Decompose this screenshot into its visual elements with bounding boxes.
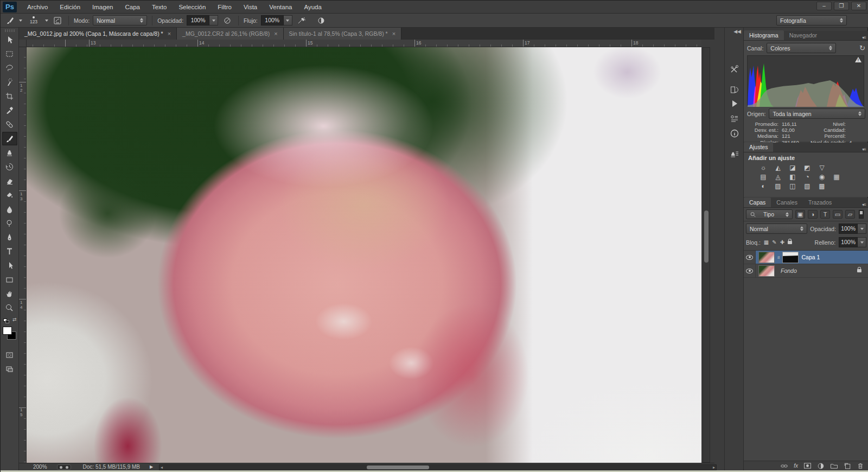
filter-adjustment-layers-icon[interactable]: ◑ bbox=[808, 210, 818, 219]
airbrush-icon[interactable] bbox=[296, 15, 308, 26]
delete-layer-icon[interactable] bbox=[857, 462, 864, 470]
paint-bucket-tool[interactable] bbox=[2, 188, 17, 202]
lock-pixels-icon[interactable]: ✎ bbox=[772, 239, 776, 245]
new-group-icon[interactable] bbox=[830, 462, 838, 469]
default-and-swap-colors[interactable]: ⇄ bbox=[2, 318, 17, 324]
clone-stamp-tool[interactable] bbox=[2, 146, 17, 160]
tab-histograma[interactable]: Histograma bbox=[744, 30, 784, 40]
shape-tool[interactable] bbox=[2, 273, 17, 286]
fill-field[interactable]: 100% bbox=[839, 237, 866, 247]
foreground-color-swatch[interactable] bbox=[3, 327, 12, 335]
eyedropper-tool[interactable] bbox=[2, 104, 17, 117]
link-layers-icon[interactable] bbox=[780, 463, 788, 469]
history-brush-tool[interactable] bbox=[2, 160, 17, 174]
minimize-button[interactable]: – bbox=[816, 2, 832, 10]
close-tab-icon[interactable]: × bbox=[392, 30, 395, 37]
channel-mixer-adjustment-icon[interactable]: ◉ bbox=[816, 173, 827, 181]
screen-mode-button[interactable] bbox=[2, 362, 17, 376]
horizontal-scrollbar-thumb[interactable] bbox=[367, 465, 429, 469]
lasso-tool[interactable] bbox=[2, 61, 17, 75]
filter-shape-layers-icon[interactable]: ▭ bbox=[833, 210, 843, 219]
tab-trazados[interactable]: Trazados bbox=[803, 197, 837, 207]
gradient-map-adjustment-icon[interactable]: ▧ bbox=[802, 182, 813, 190]
clone-source-panel-icon[interactable] bbox=[728, 148, 741, 161]
fill-caret-icon[interactable] bbox=[858, 237, 866, 247]
styles-panel-icon[interactable] bbox=[728, 112, 741, 125]
zoom-level-field[interactable]: 200% bbox=[33, 464, 47, 470]
scroll-left-icon[interactable]: ◂ bbox=[161, 465, 163, 470]
document-tab-3[interactable]: Sin título-1 al 78,5% (Capa 3, RGB/8) * … bbox=[284, 28, 402, 40]
hue-saturation-adjustment-icon[interactable]: ▤ bbox=[758, 173, 769, 181]
close-tab-icon[interactable]: × bbox=[274, 30, 277, 37]
spot-healing-brush-tool[interactable] bbox=[2, 118, 17, 131]
new-layer-icon[interactable] bbox=[844, 462, 851, 470]
path-selection-tool[interactable] bbox=[2, 259, 17, 272]
mask-link-icon[interactable]: 8 bbox=[777, 255, 780, 260]
swap-colors-icon[interactable]: ⇄ bbox=[12, 317, 17, 322]
close-button[interactable]: ✕ bbox=[851, 2, 866, 10]
tab-capas[interactable]: Capas bbox=[744, 197, 771, 207]
panel-menu-icon[interactable]: ▾≡ bbox=[862, 147, 866, 152]
info-panel-icon[interactable] bbox=[728, 127, 741, 140]
zoom-tool[interactable] bbox=[2, 301, 17, 315]
brush-preset-caret-icon[interactable] bbox=[19, 20, 22, 22]
threshold-adjustment-icon[interactable]: ◫ bbox=[787, 182, 798, 190]
document-canvas[interactable] bbox=[27, 47, 701, 463]
layer-name[interactable]: Capa 1 bbox=[801, 254, 820, 260]
selective-color-adjustment-icon[interactable]: ▩ bbox=[816, 182, 827, 190]
flow-caret-icon[interactable] bbox=[284, 15, 292, 25]
toggle-brush-panel-icon[interactable] bbox=[52, 15, 63, 26]
tab-canales[interactable]: Canales bbox=[771, 197, 803, 207]
panel-menu-icon[interactable]: ▾≡ bbox=[862, 35, 866, 40]
menu-filtro[interactable]: Filtro bbox=[212, 2, 238, 12]
filter-type-dropdown[interactable]: Tipo bbox=[746, 209, 793, 219]
mini-bridge-icon[interactable] bbox=[57, 464, 71, 470]
layer-thumbnail[interactable] bbox=[758, 265, 775, 277]
invert-adjustment-icon[interactable]: ◐ bbox=[758, 182, 769, 190]
refresh-histogram-icon[interactable]: ↻ bbox=[859, 44, 865, 52]
brush-tool-preset-icon[interactable] bbox=[4, 15, 16, 26]
layer-visibility-toggle[interactable] bbox=[744, 264, 756, 277]
document-tab-1[interactable]: _MG_0012.jpg al 200% (Capa 1, Máscara de… bbox=[19, 28, 177, 40]
panel-menu-icon[interactable]: ▾≡ bbox=[862, 202, 866, 207]
photo-filter-adjustment-icon[interactable]: ◔ bbox=[802, 173, 813, 181]
eraser-tool[interactable] bbox=[2, 174, 17, 188]
actions-panel-icon[interactable] bbox=[728, 97, 741, 110]
status-flyout-arrow-icon[interactable]: ▶ bbox=[150, 464, 153, 469]
layer-filtering-toggle[interactable] bbox=[859, 210, 864, 219]
new-adjustment-layer-icon[interactable] bbox=[817, 462, 825, 470]
color-lookup-adjustment-icon[interactable]: ▦ bbox=[831, 173, 842, 181]
layer-opacity-field[interactable]: 100% bbox=[839, 224, 866, 234]
menu-vista[interactable]: Vista bbox=[238, 2, 263, 12]
add-layer-mask-icon[interactable] bbox=[803, 462, 812, 469]
layer-mask-thumbnail[interactable] bbox=[782, 252, 799, 263]
color-balance-adjustment-icon[interactable]: ◬ bbox=[773, 173, 783, 181]
move-tool[interactable] bbox=[2, 33, 17, 47]
menu-seleccion[interactable]: Selección bbox=[173, 2, 212, 12]
marquee-tool[interactable] bbox=[2, 47, 17, 61]
vertical-scrollbar[interactable] bbox=[703, 47, 710, 463]
workspace-selector-dropdown[interactable]: Fotografía bbox=[776, 15, 847, 25]
menu-capa[interactable]: Capa bbox=[119, 2, 146, 12]
lock-all-icon[interactable] bbox=[788, 241, 792, 244]
vertical-scrollbar-thumb[interactable] bbox=[704, 211, 709, 263]
filter-smart-objects-icon[interactable]: ▱ bbox=[845, 210, 855, 219]
brightness-contrast-adjustment-icon[interactable]: ☼ bbox=[758, 163, 769, 171]
cached-data-warning-icon[interactable] bbox=[855, 57, 861, 62]
layer-row-fondo[interactable]: Fondo bbox=[744, 264, 868, 278]
layer-visibility-toggle[interactable] bbox=[744, 251, 756, 264]
black-white-adjustment-icon[interactable]: ◧ bbox=[787, 173, 798, 181]
restore-button[interactable]: ❐ bbox=[834, 2, 849, 10]
toolbar-grip[interactable] bbox=[5, 29, 15, 32]
exposure-adjustment-icon[interactable]: ◩ bbox=[802, 163, 813, 171]
vertical-ruler[interactable]: 12 13 14 15 bbox=[19, 47, 27, 463]
type-tool[interactable] bbox=[2, 245, 17, 258]
brush-size-caret-icon[interactable] bbox=[45, 20, 48, 22]
tab-navegador[interactable]: Navegador bbox=[784, 30, 822, 40]
history-panel-icon[interactable] bbox=[728, 84, 741, 97]
layer-name[interactable]: Fondo bbox=[781, 267, 797, 274]
horizontal-ruler[interactable]: 13 14 15 16 17 18 bbox=[27, 40, 701, 47]
menu-texto[interactable]: Texto bbox=[146, 2, 173, 12]
layer-row-capa-1[interactable]: 8 Capa 1 bbox=[744, 251, 868, 264]
dodge-tool[interactable] bbox=[2, 216, 17, 230]
